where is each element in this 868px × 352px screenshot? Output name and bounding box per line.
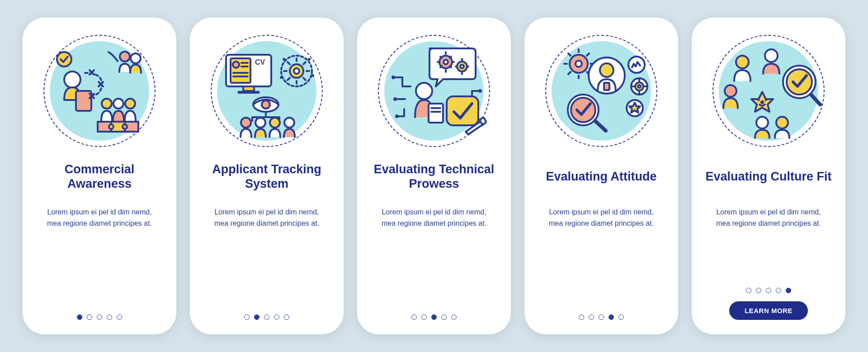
svg-point-0 (64, 71, 80, 88)
dot-1[interactable] (77, 314, 82, 320)
svg-rect-14 (243, 86, 254, 91)
svg-point-46 (395, 114, 399, 118)
dot-4[interactable] (609, 314, 614, 320)
svg-point-5 (102, 99, 112, 109)
dot-2[interactable] (254, 314, 259, 320)
svg-point-45 (393, 97, 397, 101)
pagination-dots (411, 314, 457, 320)
svg-point-4 (131, 53, 141, 63)
dot-4[interactable] (776, 288, 781, 293)
illustration-commercial (41, 32, 158, 150)
culture-fit-icon (710, 32, 827, 150)
card-title: Applicant Tracking System (203, 162, 331, 191)
svg-point-64 (760, 100, 764, 104)
dot-4[interactable] (274, 314, 279, 320)
dot-1[interactable] (579, 314, 584, 320)
svg-point-6 (113, 99, 123, 109)
svg-point-28 (311, 74, 314, 77)
dot-2[interactable] (87, 314, 92, 320)
svg-point-7 (125, 99, 135, 109)
svg-point-63 (765, 49, 778, 62)
svg-point-17 (233, 62, 239, 68)
svg-point-32 (241, 118, 251, 128)
svg-point-60 (571, 98, 595, 122)
dot-3[interactable] (599, 314, 604, 320)
svg-point-69 (756, 117, 768, 128)
dot-2[interactable] (756, 288, 761, 293)
svg-point-66 (765, 99, 767, 101)
card-description: Lorem ipsum ei pel id dim nemd, mea regi… (43, 207, 156, 229)
dot-2[interactable] (589, 314, 594, 320)
card-technical-prowess: Evaluating Technical Prowess Lorem ipsum… (357, 18, 511, 334)
illustration-culture (710, 32, 827, 150)
svg-rect-15 (238, 91, 259, 94)
pagination-dots (244, 314, 289, 320)
svg-point-40 (416, 83, 432, 99)
dot-1[interactable] (411, 314, 417, 320)
svg-point-29 (280, 76, 283, 79)
svg-rect-53 (604, 83, 609, 90)
svg-point-2 (57, 52, 71, 67)
svg-point-57 (638, 85, 641, 88)
commercial-awareness-icon (41, 32, 158, 150)
dot-5[interactable] (117, 314, 122, 320)
card-footer (357, 314, 511, 320)
card-title: Commercial Awareness (35, 162, 164, 191)
dot-5[interactable] (786, 288, 791, 293)
technical-prowess-icon (375, 32, 493, 150)
dot-3[interactable] (97, 314, 102, 320)
svg-text:CV: CV (255, 58, 265, 66)
svg-point-11 (109, 124, 113, 129)
svg-point-68 (787, 69, 812, 95)
dot-4[interactable] (441, 314, 447, 320)
pagination-dots (77, 314, 122, 320)
svg-point-47 (478, 89, 482, 93)
svg-point-65 (758, 99, 760, 101)
dot-2[interactable] (421, 314, 427, 320)
card-footer (23, 314, 176, 320)
svg-point-35 (284, 118, 294, 128)
illustration-technical (375, 32, 493, 150)
svg-point-52 (600, 63, 613, 77)
card-evaluating-attitude: Evaluating Attitude Lorem ipsum ei pel i… (524, 18, 678, 334)
svg-point-70 (776, 117, 788, 128)
svg-rect-41 (429, 104, 443, 123)
svg-point-34 (270, 118, 280, 128)
cards-row: Commercial Awareness Lorem ipsum ei pel … (23, 18, 845, 334)
dot-3[interactable] (264, 314, 269, 320)
pagination-dots (746, 288, 791, 293)
illustration-attitude (542, 32, 660, 150)
svg-point-37 (443, 60, 448, 64)
dot-5[interactable] (618, 314, 624, 320)
learn-more-button[interactable]: LEARN MORE (729, 301, 808, 320)
svg-point-31 (262, 100, 270, 109)
svg-rect-48 (447, 96, 478, 125)
svg-point-3 (120, 52, 130, 62)
svg-point-25 (294, 68, 299, 74)
svg-point-39 (460, 65, 464, 68)
dot-3[interactable] (766, 288, 771, 293)
card-title: Evaluating Technical Prowess (370, 162, 498, 191)
card-culture-fit: Evaluating Culture Fit Lorem ipsum ei pe… (692, 18, 845, 334)
card-description: Lorem ipsum ei pel id dim nemd, mea regi… (210, 207, 323, 229)
dot-1[interactable] (746, 288, 751, 293)
svg-point-26 (283, 58, 285, 61)
illustration-ats: CV (208, 32, 326, 150)
svg-point-27 (308, 58, 311, 61)
dot-5[interactable] (284, 314, 289, 320)
svg-point-62 (725, 85, 736, 97)
applicant-tracking-icon: CV (208, 32, 326, 150)
card-commercial-awareness: Commercial Awareness Lorem ipsum ei pel … (23, 18, 176, 334)
dot-5[interactable] (451, 314, 457, 320)
dot-3[interactable] (431, 314, 437, 320)
card-description: Lorem ipsum ei pel id dim nemd, mea regi… (712, 207, 825, 229)
card-footer (190, 314, 344, 320)
svg-point-61 (736, 56, 749, 68)
dot-1[interactable] (244, 314, 250, 320)
card-applicant-tracking: CV (190, 18, 344, 334)
pagination-dots (579, 314, 624, 320)
card-title: Evaluating Attitude (546, 162, 656, 191)
dot-4[interactable] (107, 314, 112, 320)
svg-point-50 (576, 61, 582, 67)
evaluating-attitude-icon (542, 32, 660, 150)
